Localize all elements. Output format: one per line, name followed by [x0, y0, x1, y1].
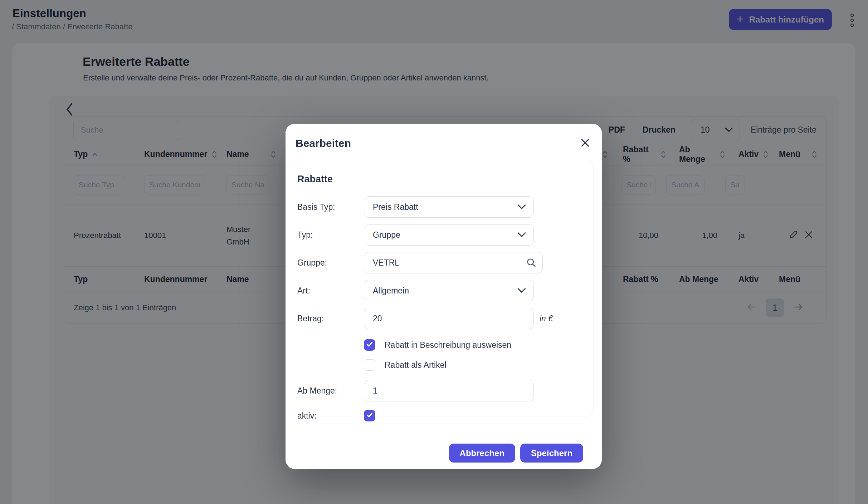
chevron-down-icon — [517, 202, 526, 212]
edit-discount-modal: Bearbeiten Rabatte Basis Typ: Preis Raba… — [286, 124, 602, 469]
typ-value: Gruppe — [373, 230, 400, 240]
check-icon — [366, 411, 373, 420]
betrag-label: Betrag: — [297, 314, 364, 323]
gruppe-label: Gruppe: — [297, 258, 364, 268]
chevron-down-icon — [517, 230, 526, 240]
save-button[interactable]: Speichern — [520, 444, 583, 463]
rabatt-artikel-label: Rabatt als Artikel — [385, 360, 447, 370]
typ-label: Typ: — [297, 230, 364, 240]
search-icon[interactable] — [526, 257, 537, 270]
modal-form-container: Rabatte Basis Typ: Preis Rabatt Typ: Gru… — [293, 160, 594, 416]
modal-title: Bearbeiten — [296, 137, 351, 149]
section-title: Rabatte — [297, 174, 593, 185]
rabatt-beschreibung-label: Rabatt in Beschreibung ausweisen — [385, 340, 511, 350]
close-icon — [580, 138, 590, 149]
basis-typ-select[interactable]: Preis Rabatt — [364, 196, 534, 218]
typ-select[interactable]: Gruppe — [364, 224, 534, 246]
betrag-suffix: in € — [540, 314, 553, 323]
aktiv-checkbox[interactable] — [364, 410, 375, 421]
cancel-button[interactable]: Abbrechen — [449, 444, 515, 463]
basis-typ-value: Preis Rabatt — [373, 202, 418, 212]
aktiv-label: aktiv: — [297, 411, 364, 421]
betrag-input[interactable] — [364, 308, 534, 329]
chevron-down-icon — [517, 286, 526, 296]
art-label: Art: — [297, 286, 364, 296]
art-select[interactable]: Allgemein — [364, 280, 534, 301]
gruppe-input[interactable] — [364, 252, 543, 273]
rabatt-beschreibung-checkbox[interactable] — [364, 339, 375, 351]
ab-menge-label: Ab Menge: — [297, 386, 364, 396]
art-value: Allgemein — [373, 286, 409, 296]
basis-typ-label: Basis Typ: — [297, 202, 364, 212]
check-icon — [366, 341, 373, 349]
ab-menge-input[interactable] — [364, 380, 534, 401]
modal-close-button[interactable] — [579, 137, 591, 150]
rabatt-artikel-checkbox[interactable] — [364, 359, 375, 371]
modal-footer: Abbrechen Speichern — [286, 437, 602, 469]
